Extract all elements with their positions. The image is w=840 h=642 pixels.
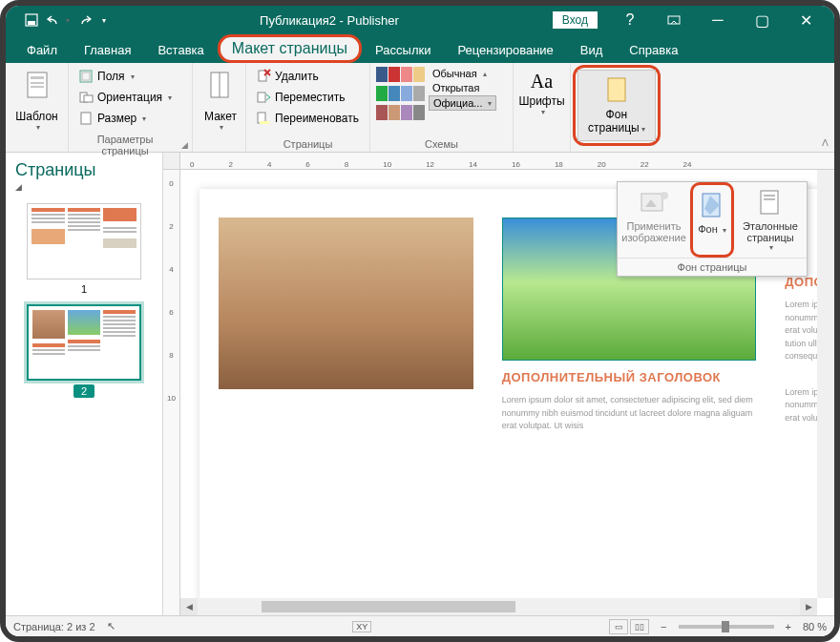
tab-file[interactable]: Файл (13, 37, 71, 63)
ribbon: Шаблон ▾ Поля▾ Ориентация▾ Размер▾ Парам… (6, 63, 834, 153)
scrollbar-vertical[interactable] (817, 170, 834, 598)
svg-rect-4 (31, 76, 44, 79)
svg-rect-17 (258, 93, 265, 102)
scheme-open[interactable]: Открытая (429, 81, 496, 94)
scroll-left-button[interactable]: ◀ (180, 598, 198, 615)
svg-rect-8 (82, 72, 90, 80)
delete-button[interactable]: Удалить (252, 67, 363, 86)
heading-2[interactable]: ДОПОЛНИТЕЛЬНЫЙ ЗАГОЛОВОК (785, 275, 817, 289)
svg-point-23 (661, 192, 668, 199)
minimize-button[interactable]: ─ (697, 6, 739, 34)
page-thumb-1[interactable]: 1 (27, 203, 141, 295)
redo-button[interactable] (74, 9, 96, 31)
page-background-icon (604, 76, 629, 108)
zoom-out-button[interactable]: − (661, 621, 666, 632)
popup-apply-image: Применить изображение (618, 182, 690, 258)
layout-icon (207, 71, 234, 108)
fonts-label: Шрифты (518, 94, 564, 108)
page-params-dialog-launcher[interactable]: ◢ (181, 140, 188, 150)
ribbon-collapse-button[interactable]: ᐱ (822, 137, 829, 148)
scheme-normal[interactable]: Обычная▴ (429, 67, 496, 80)
page-indicator[interactable]: Страница: 2 из 2 (13, 621, 95, 632)
tab-view[interactable]: Вид (567, 37, 617, 63)
template-label: Шаблон (15, 110, 57, 123)
background-popup: Применить изображение Фон ▾ Эталонные ст… (617, 181, 808, 277)
template-icon (24, 71, 51, 108)
svg-rect-5 (31, 82, 44, 84)
zoom-level[interactable]: 80 % (803, 621, 827, 632)
tab-mailings[interactable]: Рассылки (362, 37, 444, 63)
ribbon-tabs: Файл Главная Вставка Макет страницы Расс… (6, 34, 834, 63)
thumb-1-number: 1 (81, 283, 87, 295)
orientation-button[interactable]: Ориентация▾ (74, 88, 176, 107)
size-button[interactable]: Размер▾ (74, 109, 176, 128)
ruler-vertical: 0246810 (163, 170, 180, 615)
fonts-button[interactable]: Aa Шрифты ▾ (519, 67, 564, 120)
svg-rect-10 (84, 95, 93, 102)
popup-background[interactable]: Фон ▾ (693, 185, 731, 240)
tab-page-layout[interactable]: Макет страницы (218, 34, 362, 63)
login-button[interactable]: Вход (553, 11, 598, 29)
rename-button[interactable]: Переименовать (252, 109, 363, 128)
maximize-button[interactable]: ▢ (741, 6, 783, 34)
ruler-corner (163, 153, 180, 170)
svg-rect-11 (81, 113, 91, 124)
page-background-button[interactable]: Фон страницы▾ (578, 70, 656, 141)
tab-insert[interactable]: Вставка (144, 37, 217, 63)
tab-home[interactable]: Главная (71, 37, 144, 63)
svg-rect-1 (28, 21, 35, 25)
thumb-2-number: 2 (74, 384, 94, 398)
orientation-icon (78, 90, 94, 105)
body-text-1[interactable]: Lorem ipsum dolor sit amet, consectetuer… (502, 394, 757, 433)
pages-panel: Страницы ◢ 1 2 (6, 153, 163, 615)
master-pages-icon (755, 188, 786, 218)
layout-label: Макет (204, 110, 237, 123)
margins-button[interactable]: Поля▾ (74, 67, 176, 86)
svg-rect-6 (31, 86, 44, 88)
photo-library[interactable] (219, 217, 473, 389)
svg-rect-27 (764, 198, 775, 200)
layout-button[interactable]: Макет ▾ (199, 67, 242, 135)
scheme-colors[interactable] (376, 67, 425, 122)
body-text-2[interactable]: Lorem ipsum dolor sit amet, consectetuer… (785, 299, 817, 363)
tab-review[interactable]: Рецензирование (444, 37, 566, 63)
size-icon (78, 111, 94, 126)
page-thumb-2[interactable]: 2 (27, 304, 141, 398)
heading-1[interactable]: ДОПОЛНИТЕЛЬНЫЙ ЗАГОЛОВОК (502, 370, 757, 384)
close-button[interactable]: ✕ (785, 6, 827, 34)
status-bar: Страница: 2 из 2 ↖ XY ▭ ▯▯ − + 80 % (6, 615, 834, 636)
popup-footer: Фон страницы (618, 258, 807, 276)
ribbon-options-button[interactable] (653, 6, 695, 34)
delete-icon (256, 69, 271, 84)
popup-master-pages[interactable]: Эталонные страницы ▾ (734, 182, 807, 258)
pages-group-label: Страницы (284, 138, 333, 150)
template-button[interactable]: Шаблон ▾ (11, 67, 62, 135)
measurement-indicator: XY (352, 621, 371, 632)
schemes-group-label: Схемы (425, 138, 458, 150)
tab-help[interactable]: Справка (616, 37, 691, 63)
scrollbar-horizontal[interactable]: ◀ ▶ (180, 598, 817, 615)
background-icon (697, 191, 727, 221)
scroll-h-thumb[interactable] (262, 601, 516, 612)
body-text-3[interactable]: Lorem ipsum dolor sit amet, consectetuer… (785, 386, 817, 425)
svg-rect-2 (668, 16, 680, 24)
ruler-horizontal: 024681012141618202224 (180, 153, 834, 170)
scroll-right-button[interactable]: ▶ (800, 598, 817, 615)
zoom-in-button[interactable]: + (786, 621, 791, 632)
svg-rect-19 (260, 121, 269, 124)
svg-rect-3 (28, 72, 47, 97)
undo-button[interactable]: ▾ (47, 9, 70, 31)
save-button[interactable] (20, 9, 43, 31)
move-icon (256, 90, 271, 105)
svg-rect-25 (761, 191, 778, 214)
help-button[interactable]: ? (609, 6, 651, 34)
cursor-icon: ↖ (107, 620, 116, 632)
zoom-slider[interactable] (679, 625, 774, 629)
view-two-page-button[interactable]: ▯▯ (630, 619, 649, 634)
rename-icon (256, 111, 271, 126)
pages-panel-collapse[interactable]: ◢ (6, 182, 162, 197)
scheme-official[interactable]: Официа...▾ (429, 95, 496, 111)
margins-icon (78, 69, 94, 84)
move-button[interactable]: Переместить (252, 88, 363, 107)
view-single-button[interactable]: ▭ (609, 619, 628, 634)
